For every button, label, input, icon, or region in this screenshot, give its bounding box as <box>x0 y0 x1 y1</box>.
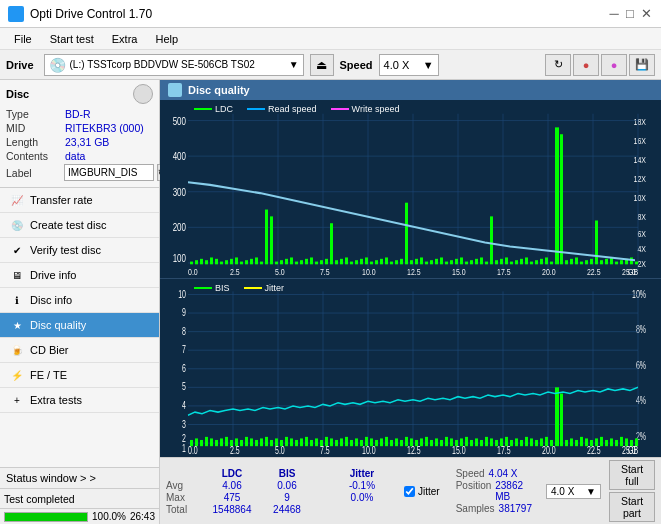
svg-text:2.5: 2.5 <box>230 266 240 277</box>
label-input[interactable] <box>64 164 154 181</box>
start-part-button[interactable]: Start part <box>609 492 655 522</box>
jitter-checkbox[interactable] <box>404 486 415 497</box>
nav-transfer-rate[interactable]: 📈 Transfer rate <box>0 188 159 213</box>
svg-rect-236 <box>535 440 538 446</box>
svg-rect-214 <box>425 437 428 446</box>
svg-rect-39 <box>235 257 238 264</box>
svg-rect-111 <box>595 220 598 264</box>
disc-quality-header-icon <box>168 83 182 97</box>
drive-select[interactable]: 💿 (L:) TSSTcorp BDDVDW SE-506CB TS02 ▼ <box>44 54 304 76</box>
speed-select[interactable]: 4.0 X ▼ <box>379 54 439 76</box>
minimize-button[interactable]: ─ <box>607 7 621 21</box>
svg-rect-58 <box>330 223 333 264</box>
status-text: Test completed <box>4 493 75 505</box>
settings-button[interactable]: ● <box>573 54 599 76</box>
nav-disc-info[interactable]: ℹ Disc info <box>0 288 159 313</box>
svg-text:8X: 8X <box>637 211 646 222</box>
nav-verify-test-disc[interactable]: ✔ Verify test disc <box>0 238 159 263</box>
svg-text:100: 100 <box>173 251 186 264</box>
max-ldc: 475 <box>202 492 262 503</box>
svg-rect-43 <box>255 257 258 264</box>
svg-rect-61 <box>345 257 348 264</box>
save-button[interactable]: 💾 <box>629 54 655 76</box>
svg-text:0.0: 0.0 <box>188 266 198 277</box>
menu-extra[interactable]: Extra <box>104 32 146 46</box>
progress-fill <box>5 513 87 521</box>
svg-rect-95 <box>515 260 518 264</box>
nav-fe-te[interactable]: ⚡ FE / TE <box>0 363 159 388</box>
svg-rect-198 <box>345 437 348 446</box>
speed-row: Speed 4.04 X <box>456 468 532 479</box>
svg-rect-80 <box>440 257 443 264</box>
svg-rect-45 <box>265 210 268 265</box>
svg-rect-64 <box>360 259 363 264</box>
svg-rect-252 <box>615 440 618 446</box>
speed-info-label: Speed <box>456 468 485 479</box>
bis-legend-color <box>194 287 212 289</box>
nav-disc-quality[interactable]: ★ Disc quality <box>0 313 159 338</box>
svg-rect-52 <box>300 260 303 264</box>
svg-rect-227 <box>490 438 493 446</box>
svg-rect-233 <box>520 440 523 446</box>
nav-disc-info-label: Disc info <box>30 294 72 306</box>
svg-rect-174 <box>225 437 228 446</box>
ldc-header: LDC <box>202 468 262 479</box>
svg-rect-179 <box>250 438 253 446</box>
speed-dropdown[interactable]: 4.0 X ▼ <box>546 484 601 499</box>
bis-legend-label: BIS <box>215 283 230 293</box>
close-button[interactable]: ✕ <box>639 7 653 21</box>
svg-rect-38 <box>230 259 233 264</box>
speed-dropdown-value: 4.0 X <box>551 486 574 497</box>
svg-rect-83 <box>455 259 458 264</box>
menu-file[interactable]: File <box>6 32 40 46</box>
svg-rect-169 <box>200 440 203 446</box>
nav-extra-tests[interactable]: + Extra tests <box>0 388 159 413</box>
nav-cd-bier[interactable]: 🍺 CD Bier <box>0 338 159 363</box>
maximize-button[interactable]: □ <box>623 7 637 21</box>
drive-info-icon: 🖥 <box>10 268 24 282</box>
svg-text:7.5: 7.5 <box>320 266 330 277</box>
svg-rect-86 <box>470 260 473 264</box>
svg-rect-173 <box>220 438 223 446</box>
refresh-button[interactable]: ↻ <box>545 54 571 76</box>
menu-start-test[interactable]: Start test <box>42 32 102 46</box>
svg-rect-101 <box>545 257 548 264</box>
svg-text:10.0: 10.0 <box>362 266 376 277</box>
svg-rect-96 <box>520 259 523 264</box>
menu-help[interactable]: Help <box>147 32 186 46</box>
svg-rect-66 <box>370 262 373 265</box>
status-window[interactable]: Status window > > <box>0 467 159 488</box>
length-label: Length <box>6 136 61 148</box>
svg-rect-60 <box>340 259 343 264</box>
svg-rect-98 <box>530 262 533 265</box>
svg-rect-55 <box>315 262 318 265</box>
speed-value: 4.0 X <box>384 59 410 71</box>
chart1-container: LDC Read speed Write speed 500 <box>160 100 661 279</box>
svg-rect-243 <box>570 438 573 446</box>
svg-rect-132 <box>160 279 650 457</box>
eject-button[interactable]: ⏏ <box>310 54 334 76</box>
svg-rect-223 <box>470 440 473 446</box>
svg-text:7.5: 7.5 <box>320 444 330 456</box>
info-button[interactable]: ● <box>601 54 627 76</box>
svg-rect-88 <box>480 257 483 264</box>
svg-rect-90 <box>490 216 493 264</box>
svg-rect-47 <box>275 262 278 265</box>
svg-rect-78 <box>430 260 433 264</box>
nav-drive-info[interactable]: 🖥 Drive info <box>0 263 159 288</box>
svg-rect-242 <box>565 440 568 446</box>
svg-rect-99 <box>535 260 538 264</box>
svg-rect-41 <box>245 260 248 264</box>
svg-rect-108 <box>580 262 583 265</box>
svg-text:4X: 4X <box>637 243 646 254</box>
position-value: 23862 MB <box>495 480 532 502</box>
disc-mid-row: MID RITEKBR3 (000) <box>6 122 153 134</box>
svg-rect-87 <box>475 259 478 264</box>
svg-text:18X: 18X <box>634 116 647 127</box>
main-layout: Disc Type BD-R MID RITEKBR3 (000) Length… <box>0 80 661 524</box>
start-full-button[interactable]: Start full <box>609 460 655 490</box>
svg-rect-37 <box>225 260 228 264</box>
svg-rect-35 <box>215 259 218 264</box>
nav-create-test-disc[interactable]: 💿 Create test disc <box>0 213 159 238</box>
svg-rect-42 <box>250 259 253 264</box>
